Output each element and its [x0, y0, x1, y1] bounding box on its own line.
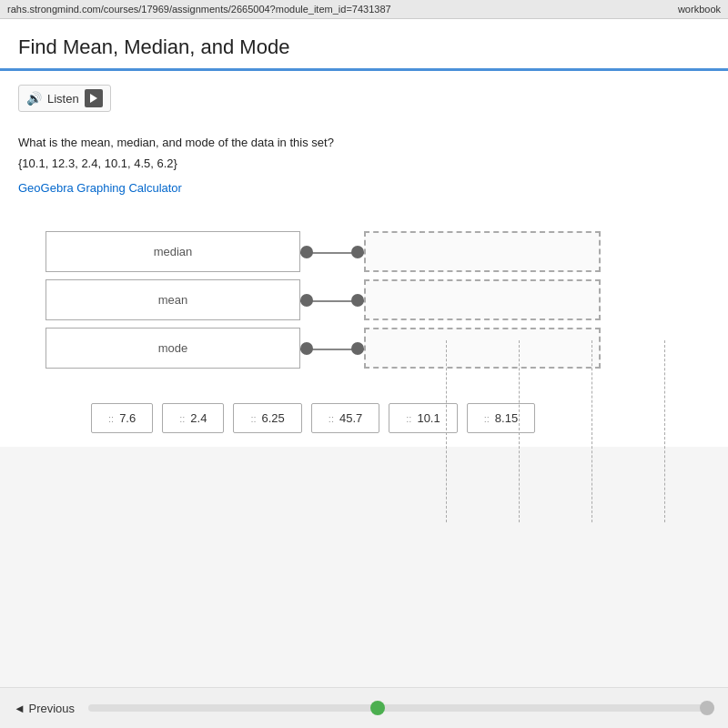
speaker-icon: 🔊: [26, 91, 42, 106]
drag-handle-icon: ::: [108, 413, 114, 424]
drag-handle-icon: ::: [484, 413, 490, 424]
listen-label: Listen: [47, 92, 79, 106]
connector-dot-right-mode: [351, 342, 364, 355]
drop-row-mode: mode: [46, 328, 364, 369]
question-text: What is the mean, median, and mode of th…: [18, 136, 710, 149]
connector-dot-left-mode: [300, 342, 313, 355]
draggable-item-76[interactable]: :: 7.6: [91, 403, 153, 433]
progress-bar: [88, 704, 714, 712]
drop-box-mean[interactable]: mean: [46, 279, 300, 320]
connector-dot-left-median: [300, 246, 313, 258]
url-bar: rahs.strongmind.com/courses/17969/assign…: [0, 0, 728, 19]
connector-mode: [300, 328, 364, 369]
previous-button[interactable]: ◄ Previous: [14, 702, 75, 715]
draggable-answers: :: 7.6 :: 2.4 :: 6.25 :: 45.7 :: 10.1 ::…: [91, 403, 710, 433]
drop-box-median[interactable]: median: [46, 231, 300, 272]
connector-dot-right-mean: [351, 294, 364, 307]
drag-handle-icon: ::: [329, 413, 334, 424]
drop-row-mean: mean: [46, 279, 364, 320]
draggable-value-815: 8.15: [495, 411, 518, 425]
drag-handle-icon: ::: [179, 413, 185, 424]
drag-handle-icon: ::: [250, 413, 256, 424]
draggable-item-457[interactable]: :: 45.7: [311, 403, 379, 433]
drag-drop-area: median mean: [46, 231, 710, 376]
play-button[interactable]: [85, 89, 103, 107]
draggable-item-625[interactable]: :: 6.25: [233, 403, 301, 433]
connector-mean: [300, 279, 364, 320]
listen-bar[interactable]: 🔊 Listen: [18, 85, 111, 112]
draggable-value-101: 10.1: [417, 411, 440, 425]
drag-handle-icon: ::: [406, 413, 411, 424]
data-set: {10.1, 12.3, 2.4, 10.1, 4.5, 6.2}: [18, 157, 710, 170]
draggable-value-625: 6.25: [262, 411, 285, 425]
page-title: Find Mean, Median, and Mode: [18, 35, 710, 59]
draggable-item-101[interactable]: :: 10.1: [389, 403, 457, 433]
draggable-value-24: 2.4: [190, 411, 207, 425]
mode-label: mode: [158, 341, 188, 355]
url-text: rahs.strongmind.com/courses/17969/assign…: [7, 4, 391, 15]
draggable-item-815[interactable]: :: 8.15: [467, 403, 535, 433]
mean-label: mean: [158, 293, 188, 307]
geogebra-link[interactable]: GeoGebra Graphing Calculator: [18, 181, 182, 195]
draggable-item-24[interactable]: :: 2.4: [162, 403, 224, 433]
page-title-area: Find Mean, Median, and Mode: [0, 19, 728, 71]
connector-dot-left-mean: [300, 294, 313, 307]
drop-zone-area: [364, 231, 601, 376]
drop-row-median: median: [46, 231, 364, 272]
draggable-value-76: 7.6: [119, 411, 136, 425]
connector-median: [300, 231, 364, 272]
drop-box-mode[interactable]: mode: [46, 328, 300, 369]
progress-dot-end: [700, 701, 714, 715]
drop-zone-mean[interactable]: [364, 279, 601, 320]
main-content: 🔊 Listen What is the mean, median, and m…: [0, 71, 728, 447]
progress-dot-current: [370, 701, 385, 715]
drop-zone-mode[interactable]: [364, 328, 601, 369]
drop-zone-median[interactable]: [364, 231, 601, 272]
connector-dot-right-median: [351, 246, 364, 258]
median-label: median: [154, 245, 193, 258]
bottom-nav: ◄ Previous: [0, 687, 728, 728]
draggable-value-457: 45.7: [339, 411, 362, 425]
drop-targets: median mean: [46, 231, 364, 376]
workbook-label: workbook: [678, 4, 721, 15]
